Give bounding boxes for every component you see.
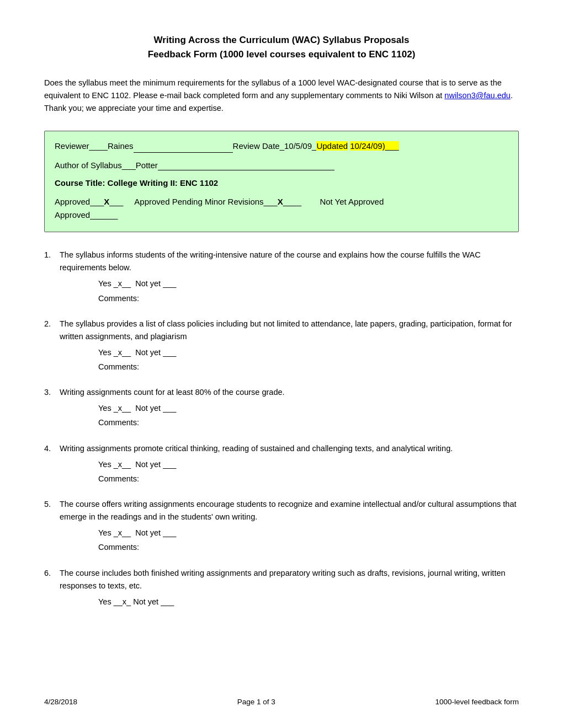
yes-mark-4: x (118, 460, 122, 469)
item-1-response: Yes _x__ Not yet ___ Comments: (98, 276, 519, 305)
comments-2: Comments: (98, 362, 139, 371)
email-link[interactable]: nwilson3@fau.edu (444, 91, 511, 100)
course-title-line: Course Title: College Writing II: ENC 11… (55, 178, 508, 188)
author-label: Author of Syllabus (55, 160, 122, 170)
page-header: Writing Across the Curriculum (WAC) Syll… (44, 33, 519, 61)
yes-mark-3: x (118, 404, 122, 413)
not-yet-1: ___ (163, 279, 176, 288)
updated-label: Updated (316, 141, 348, 151)
not-yet-6: ___ (161, 597, 174, 606)
not-yet-label: Not Yet Approved (320, 197, 384, 206)
author-line: Author of Syllabus___Potter (55, 160, 508, 170)
item-3-response: Yes _x__ Not yet ___ Comments: (98, 401, 519, 430)
list-item: The syllabus informs students of the wri… (44, 249, 519, 306)
reviewer-name: Raines (108, 141, 134, 151)
intro-paragraph: Does the syllabus meet the minimum requi… (44, 77, 519, 115)
page-footer: 4/28/2018 Page 1 of 3 1000-level feedbac… (44, 698, 519, 706)
yes-mark-1: x (118, 279, 122, 288)
intro-text: Does the syllabus meet the minimum requi… (44, 78, 502, 100)
course-title: Course Title: College Writing II: ENC 11… (55, 178, 218, 188)
reviewer-label: Reviewer (55, 141, 89, 151)
yes-mark-6: x (123, 597, 126, 606)
header-line2: Feedback Form (1000 level courses equiva… (148, 49, 416, 60)
comments-4: Comments: (98, 474, 139, 483)
item-3-text: Writing assignments count for at least 8… (60, 386, 519, 399)
comments-3: Comments: (98, 418, 139, 427)
approved-pending-label: Approved Pending Minor Revisions (134, 197, 263, 206)
review-date-label: Review Date (233, 141, 280, 151)
header-line1: Writing Across the Curriculum (WAC) Syll… (154, 35, 410, 45)
item-2-text: The syllabus provides a list of class po… (60, 318, 519, 343)
approved-pending-mark: X (278, 197, 283, 206)
updated-date: 10/24/09) (350, 141, 385, 151)
item-4-text: Writing assignments promote critical thi… (60, 442, 519, 455)
footer-page: Page 1 of 3 (237, 698, 275, 706)
list-item: The course offers writing assignments en… (44, 498, 519, 555)
item-2-response: Yes _x__ Not yet ___ Comments: (98, 345, 519, 374)
item-6-text: The course includes both finished writin… (60, 567, 519, 592)
list-item: The course includes both finished writin… (44, 567, 519, 609)
reviewer-box: Reviewer____Raines Review Date_10/5/09_U… (44, 131, 519, 233)
checklist: The syllabus informs students of the wri… (44, 249, 519, 609)
item-5-text: The course offers writing assignments en… (60, 498, 519, 523)
yes-mark-5: x (118, 528, 122, 537)
not-yet-3: ___ (163, 404, 176, 413)
not-yet-5: ___ (163, 528, 176, 537)
yes-mark-2: x (118, 348, 122, 357)
list-item: The syllabus provides a list of class po… (44, 318, 519, 374)
comments-5: Comments: (98, 543, 139, 552)
not-yet-2: ___ (163, 348, 176, 357)
comments-1: Comments: (98, 294, 139, 303)
footer-form-name: 1000-level feedback form (435, 698, 519, 706)
approved-label: Approved (55, 197, 90, 206)
review-date: 10/5/09 (284, 141, 312, 151)
approved-mark: X (104, 197, 109, 206)
item-1-text: The syllabus informs students of the wri… (60, 249, 519, 274)
footer-date: 4/28/2018 (44, 698, 77, 706)
list-item: Writing assignments promote critical thi… (44, 442, 519, 486)
not-yet-4: ___ (163, 460, 176, 469)
approval-line: Approved___X___ Approved Pending Minor R… (55, 195, 508, 222)
reviewer-line: Reviewer____Raines Review Date_10/5/09_U… (55, 140, 508, 153)
item-4-response: Yes _x__ Not yet ___ Comments: (98, 457, 519, 486)
list-item: Writing assignments count for at least 8… (44, 386, 519, 430)
author-name: Potter (136, 160, 158, 170)
item-5-response: Yes _x__ Not yet ___ Comments: (98, 526, 519, 554)
approved-label2: Approved (55, 210, 90, 220)
item-6-response: Yes __x_ Not yet ___ (98, 595, 519, 609)
